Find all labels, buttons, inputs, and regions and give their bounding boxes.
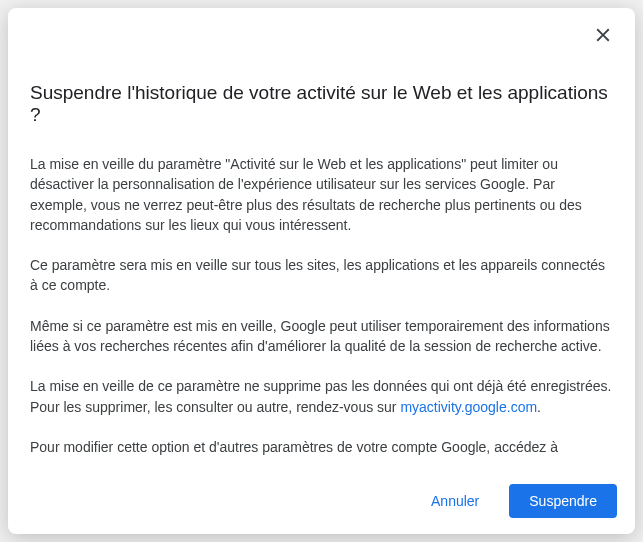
dialog-paragraph: Ce paramètre sera mis en veille sur tous…	[30, 255, 613, 296]
dialog-paragraph: Même si ce paramètre est mis en veille, …	[30, 316, 613, 357]
dialog-title: Suspendre l'historique de votre activité…	[30, 82, 613, 126]
suspend-button[interactable]: Suspendre	[509, 484, 617, 518]
dialog-paragraph: La mise en veille de ce paramètre ne sup…	[30, 376, 613, 417]
cancel-button[interactable]: Annuler	[411, 484, 499, 518]
confirmation-dialog: Suspendre l'historique de votre activité…	[8, 8, 635, 534]
dialog-paragraph: Pour modifier cette option et d'autres p…	[30, 437, 613, 457]
dialog-body[interactable]: Suspendre l'historique de votre activité…	[8, 58, 635, 472]
dialog-footer: Annuler Suspendre	[8, 472, 635, 534]
close-button[interactable]	[585, 18, 621, 54]
close-icon	[592, 24, 614, 49]
paragraph-text: .	[537, 399, 541, 415]
dialog-header	[8, 8, 635, 58]
my-activity-link[interactable]: myactivity.google.com	[400, 399, 537, 415]
dialog-paragraph: La mise en veille du paramètre "Activité…	[30, 154, 613, 235]
